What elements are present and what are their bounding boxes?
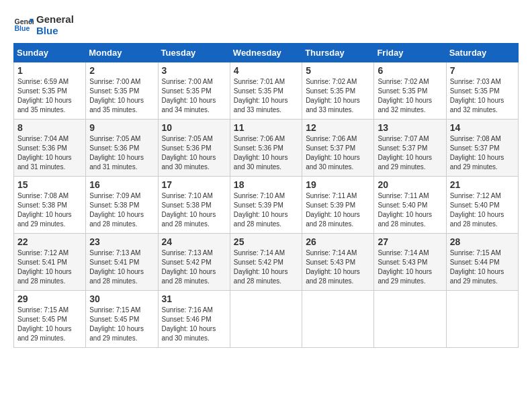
day-number: 23 xyxy=(89,236,154,247)
day-info: Sunrise: 7:02 AM Sunset: 5:35 PM Dayligh… xyxy=(306,77,370,115)
day-number: 24 xyxy=(162,236,226,247)
calendar-cell: 7Sunrise: 7:03 AM Sunset: 5:35 PM Daylig… xyxy=(446,62,518,120)
day-number: 19 xyxy=(306,179,370,190)
day-info: Sunrise: 7:05 AM Sunset: 5:36 PM Dayligh… xyxy=(89,134,154,172)
day-number: 4 xyxy=(234,65,298,76)
day-info: Sunrise: 7:10 AM Sunset: 5:39 PM Dayligh… xyxy=(234,191,298,229)
day-info: Sunrise: 7:14 AM Sunset: 5:42 PM Dayligh… xyxy=(234,248,298,286)
day-info: Sunrise: 7:03 AM Sunset: 5:35 PM Dayligh… xyxy=(450,77,515,115)
weekday-header: Monday xyxy=(86,44,158,62)
calendar-week: 15Sunrise: 7:08 AM Sunset: 5:38 PM Dayli… xyxy=(14,177,519,234)
day-info: Sunrise: 7:04 AM Sunset: 5:36 PM Dayligh… xyxy=(17,134,82,172)
day-info: Sunrise: 7:02 AM Sunset: 5:35 PM Dayligh… xyxy=(378,77,442,115)
day-number: 18 xyxy=(234,179,298,190)
day-info: Sunrise: 7:07 AM Sunset: 5:37 PM Dayligh… xyxy=(378,134,442,172)
calendar-cell xyxy=(230,291,302,348)
header: General Blue General Blue xyxy=(13,13,519,36)
day-info: Sunrise: 7:10 AM Sunset: 5:38 PM Dayligh… xyxy=(162,191,226,229)
day-number: 21 xyxy=(450,179,515,190)
logo: General Blue General Blue xyxy=(13,13,74,36)
calendar-cell: 9Sunrise: 7:05 AM Sunset: 5:36 PM Daylig… xyxy=(86,120,158,177)
calendar-cell: 11Sunrise: 7:06 AM Sunset: 5:36 PM Dayli… xyxy=(230,120,302,177)
calendar-header: SundayMondayTuesdayWednesdayThursdayFrid… xyxy=(14,44,519,62)
day-number: 14 xyxy=(450,122,515,133)
calendar-cell: 15Sunrise: 7:08 AM Sunset: 5:38 PM Dayli… xyxy=(14,177,86,234)
day-info: Sunrise: 7:15 AM Sunset: 5:44 PM Dayligh… xyxy=(450,248,515,286)
calendar-cell: 31Sunrise: 7:16 AM Sunset: 5:46 PM Dayli… xyxy=(158,291,230,348)
day-info: Sunrise: 7:15 AM Sunset: 5:45 PM Dayligh… xyxy=(89,306,154,343)
day-info: Sunrise: 7:16 AM Sunset: 5:46 PM Dayligh… xyxy=(162,306,226,343)
calendar-cell: 18Sunrise: 7:10 AM Sunset: 5:39 PM Dayli… xyxy=(230,177,302,234)
day-number: 2 xyxy=(89,65,154,76)
calendar-cell: 30Sunrise: 7:15 AM Sunset: 5:45 PM Dayli… xyxy=(86,291,158,348)
day-number: 6 xyxy=(378,65,442,76)
day-number: 5 xyxy=(306,65,370,76)
day-number: 31 xyxy=(162,293,226,304)
calendar-cell: 8Sunrise: 7:04 AM Sunset: 5:36 PM Daylig… xyxy=(14,120,86,177)
weekday-header: Tuesday xyxy=(158,44,230,62)
day-number: 22 xyxy=(17,236,82,247)
day-number: 16 xyxy=(89,179,154,190)
day-number: 27 xyxy=(378,236,442,247)
calendar-cell xyxy=(446,291,518,348)
calendar-cell: 13Sunrise: 7:07 AM Sunset: 5:37 PM Dayli… xyxy=(374,120,446,177)
calendar-cell: 3Sunrise: 7:00 AM Sunset: 5:35 PM Daylig… xyxy=(158,62,230,120)
calendar-table: SundayMondayTuesdayWednesdayThursdayFrid… xyxy=(13,43,519,348)
weekday-header: Wednesday xyxy=(230,44,302,62)
calendar-cell: 10Sunrise: 7:05 AM Sunset: 5:36 PM Dayli… xyxy=(158,120,230,177)
day-info: Sunrise: 7:08 AM Sunset: 5:38 PM Dayligh… xyxy=(17,191,82,229)
calendar-cell: 22Sunrise: 7:12 AM Sunset: 5:41 PM Dayli… xyxy=(14,234,86,291)
logo-text: General Blue xyxy=(36,13,74,36)
calendar-cell: 28Sunrise: 7:15 AM Sunset: 5:44 PM Dayli… xyxy=(446,234,518,291)
calendar-cell: 2Sunrise: 7:00 AM Sunset: 5:35 PM Daylig… xyxy=(86,62,158,120)
day-info: Sunrise: 7:11 AM Sunset: 5:40 PM Dayligh… xyxy=(378,191,442,229)
day-number: 17 xyxy=(162,179,226,190)
day-number: 11 xyxy=(234,122,298,133)
day-number: 1 xyxy=(17,65,82,76)
day-info: Sunrise: 7:13 AM Sunset: 5:42 PM Dayligh… xyxy=(162,248,226,286)
calendar-cell: 5Sunrise: 7:02 AM Sunset: 5:35 PM Daylig… xyxy=(302,62,374,120)
day-number: 13 xyxy=(378,122,442,133)
calendar-cell: 14Sunrise: 7:08 AM Sunset: 5:37 PM Dayli… xyxy=(446,120,518,177)
day-info: Sunrise: 7:01 AM Sunset: 5:35 PM Dayligh… xyxy=(234,77,298,115)
logo-icon: General Blue xyxy=(13,15,34,35)
calendar-cell xyxy=(374,291,446,348)
day-info: Sunrise: 7:14 AM Sunset: 5:43 PM Dayligh… xyxy=(306,248,370,286)
weekday-header: Sunday xyxy=(14,44,86,62)
day-info: Sunrise: 7:06 AM Sunset: 5:36 PM Dayligh… xyxy=(234,134,298,172)
calendar-cell xyxy=(302,291,374,348)
calendar-week: 22Sunrise: 7:12 AM Sunset: 5:41 PM Dayli… xyxy=(14,234,519,291)
day-number: 9 xyxy=(89,122,154,133)
weekday-header: Thursday xyxy=(302,44,374,62)
day-number: 10 xyxy=(162,122,226,133)
calendar-cell: 20Sunrise: 7:11 AM Sunset: 5:40 PM Dayli… xyxy=(374,177,446,234)
day-info: Sunrise: 7:13 AM Sunset: 5:41 PM Dayligh… xyxy=(89,248,154,286)
day-info: Sunrise: 7:00 AM Sunset: 5:35 PM Dayligh… xyxy=(162,77,226,115)
weekday-header: Friday xyxy=(374,44,446,62)
calendar-cell: 19Sunrise: 7:11 AM Sunset: 5:39 PM Dayli… xyxy=(302,177,374,234)
calendar-cell: 16Sunrise: 7:09 AM Sunset: 5:38 PM Dayli… xyxy=(86,177,158,234)
day-number: 12 xyxy=(306,122,370,133)
calendar-cell: 24Sunrise: 7:13 AM Sunset: 5:42 PM Dayli… xyxy=(158,234,230,291)
calendar-cell: 26Sunrise: 7:14 AM Sunset: 5:43 PM Dayli… xyxy=(302,234,374,291)
weekday-header: Saturday xyxy=(446,44,518,62)
svg-text:Blue: Blue xyxy=(15,24,30,32)
calendar-cell: 25Sunrise: 7:14 AM Sunset: 5:42 PM Dayli… xyxy=(230,234,302,291)
day-number: 8 xyxy=(17,122,82,133)
calendar-week: 29Sunrise: 7:15 AM Sunset: 5:45 PM Dayli… xyxy=(14,291,519,348)
calendar-week: 1Sunrise: 6:59 AM Sunset: 5:35 PM Daylig… xyxy=(14,62,519,120)
day-number: 29 xyxy=(17,293,82,304)
day-info: Sunrise: 7:11 AM Sunset: 5:39 PM Dayligh… xyxy=(306,191,370,229)
day-info: Sunrise: 7:14 AM Sunset: 5:43 PM Dayligh… xyxy=(378,248,442,286)
calendar-cell: 6Sunrise: 7:02 AM Sunset: 5:35 PM Daylig… xyxy=(374,62,446,120)
day-info: Sunrise: 7:12 AM Sunset: 5:41 PM Dayligh… xyxy=(17,248,82,286)
day-info: Sunrise: 7:00 AM Sunset: 5:35 PM Dayligh… xyxy=(89,77,154,115)
calendar-cell: 21Sunrise: 7:12 AM Sunset: 5:40 PM Dayli… xyxy=(446,177,518,234)
day-info: Sunrise: 7:15 AM Sunset: 5:45 PM Dayligh… xyxy=(17,306,82,343)
day-number: 15 xyxy=(17,179,82,190)
calendar-cell: 4Sunrise: 7:01 AM Sunset: 5:35 PM Daylig… xyxy=(230,62,302,120)
day-info: Sunrise: 7:12 AM Sunset: 5:40 PM Dayligh… xyxy=(450,191,515,229)
day-info: Sunrise: 7:09 AM Sunset: 5:38 PM Dayligh… xyxy=(89,191,154,229)
calendar-cell: 27Sunrise: 7:14 AM Sunset: 5:43 PM Dayli… xyxy=(374,234,446,291)
day-number: 30 xyxy=(89,293,154,304)
